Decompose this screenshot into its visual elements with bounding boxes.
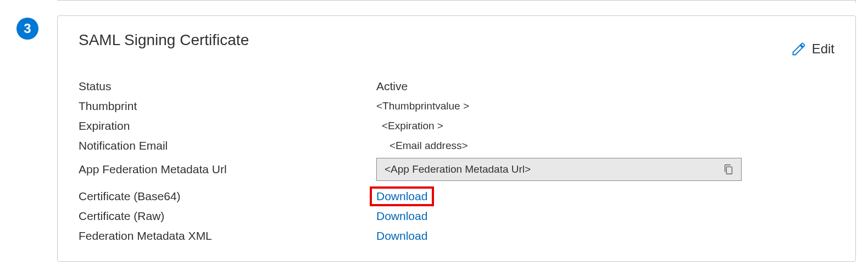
row-cert-base64: Certificate (Base64) Download bbox=[79, 186, 834, 206]
metadata-url-label: App Federation Metadata Url bbox=[79, 163, 376, 176]
row-federation-xml: Federation Metadata XML Download bbox=[79, 226, 834, 246]
status-label: Status bbox=[79, 80, 376, 93]
card-title: SAML Signing Certificate bbox=[79, 31, 249, 49]
pencil-icon bbox=[791, 41, 806, 57]
expiration-value: <Expiration > bbox=[376, 120, 443, 132]
cert-raw-download-link[interactable]: Download bbox=[376, 210, 427, 223]
federation-xml-label: Federation Metadata XML bbox=[79, 229, 376, 243]
cert-base64-download-link[interactable]: Download bbox=[376, 190, 427, 202]
step-number-badge: 3 bbox=[16, 18, 38, 40]
row-expiration: Expiration <Expiration > bbox=[79, 116, 834, 136]
edit-button-label: Edit bbox=[812, 41, 834, 57]
row-status: Status Active bbox=[79, 76, 834, 96]
card-header: SAML Signing Certificate Edit bbox=[79, 31, 834, 57]
federation-xml-download-link[interactable]: Download bbox=[376, 229, 427, 243]
notification-email-value: <Email address> bbox=[376, 140, 468, 152]
previous-card-edge bbox=[57, 0, 856, 3]
cert-base64-label: Certificate (Base64) bbox=[79, 190, 376, 203]
row-notification-email: Notification Email <Email address> bbox=[79, 136, 834, 156]
row-metadata-url: App Federation Metadata Url <App Federat… bbox=[79, 158, 834, 181]
copy-icon bbox=[722, 163, 735, 175]
row-cert-raw: Certificate (Raw) Download bbox=[79, 206, 834, 226]
row-thumbprint: Thumbprint <Thumbprintvalue > bbox=[79, 96, 834, 116]
cert-raw-label: Certificate (Raw) bbox=[79, 210, 376, 223]
svg-rect-0 bbox=[726, 167, 732, 174]
copy-button[interactable] bbox=[721, 162, 736, 177]
expiration-label: Expiration bbox=[79, 119, 376, 133]
saml-certificate-card: SAML Signing Certificate Edit Status Act… bbox=[57, 15, 856, 262]
step-number-text: 3 bbox=[24, 21, 31, 36]
metadata-url-field[interactable]: <App Federation Metadata Url> bbox=[376, 158, 742, 181]
status-value: Active bbox=[376, 80, 408, 93]
edit-button[interactable]: Edit bbox=[791, 31, 834, 57]
highlight-box: Download bbox=[370, 186, 434, 206]
notification-email-label: Notification Email bbox=[79, 139, 376, 152]
thumbprint-value: <Thumbprintvalue > bbox=[376, 100, 469, 112]
metadata-url-value: <App Federation Metadata Url> bbox=[385, 163, 721, 175]
thumbprint-label: Thumbprint bbox=[79, 100, 376, 113]
